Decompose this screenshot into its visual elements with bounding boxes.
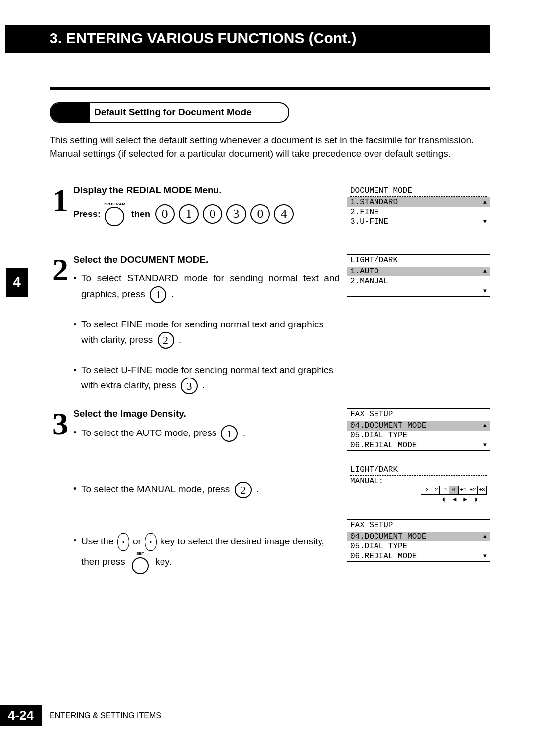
lcd-row: 04.DOCUMENT MODE bbox=[350, 532, 427, 541]
bullet-text: Use the bbox=[81, 536, 113, 546]
up-arrow-icon: ▲ bbox=[483, 268, 487, 275]
right-half-icon: ◗ bbox=[474, 496, 478, 504]
lcd-row: 1.STANDARD bbox=[350, 197, 398, 207]
density-scale: -3 -2 -1 0 +1 +2 +3 bbox=[421, 486, 487, 495]
lcd-row: 04.DOCUMENT MODE bbox=[350, 421, 427, 431]
down-arrow-icon: ▼ bbox=[483, 553, 487, 560]
digit-key-icon: 1 bbox=[221, 425, 238, 442]
scale-cell: +1 bbox=[459, 486, 468, 494]
step2-heading: Select the DOCUMENT MODE. bbox=[73, 254, 340, 265]
lcd-manual-density: LIGHT/DARK MANUAL: -3 -2 -1 0 +1 +2 +3 bbox=[347, 464, 490, 506]
down-arrow-icon: ▼ bbox=[483, 288, 487, 295]
scale-cell: +3 bbox=[478, 486, 486, 494]
or-label: or bbox=[133, 536, 141, 546]
program-key-icon bbox=[105, 207, 124, 226]
digit-key: 4 bbox=[274, 204, 294, 224]
lcd-row: MANUAL: bbox=[350, 476, 383, 486]
up-arrow-icon: ▲ bbox=[483, 422, 487, 430]
side-chapter-tab: 4 bbox=[6, 268, 28, 297]
lcd-title: DOCUMENT MODE bbox=[347, 185, 490, 196]
lcd-document-mode: DOCUMENT MODE 1.STANDARD▲ 2.FINE 3.U-FIN… bbox=[347, 185, 490, 227]
page-number: 4-24 bbox=[0, 705, 42, 726]
lcd-row: 05.DIAL TYPE bbox=[350, 431, 407, 440]
digit-key: 0 bbox=[203, 204, 222, 224]
capsule-label: Default Setting for Document Mode bbox=[90, 107, 252, 118]
down-arrow-icon: ▼ bbox=[483, 218, 487, 226]
bullet-text: To select the AUTO mode, press bbox=[81, 428, 216, 438]
footer-section: ENTERING & SETTING ITEMS bbox=[50, 711, 161, 720]
down-arrow-icon: ▼ bbox=[483, 442, 487, 449]
bullet-text: To select FINE mode for sending normal t… bbox=[81, 319, 323, 345]
lcd-title: LIGHT/DARK bbox=[347, 464, 490, 475]
lcd-title: FAX SETUP bbox=[347, 409, 490, 419]
right-arrow-icon: ▶ bbox=[463, 496, 467, 504]
intro-paragraph: This setting will select the default set… bbox=[50, 134, 490, 160]
digit-key-icon: 1 bbox=[150, 286, 166, 303]
digit-key: 0 bbox=[155, 204, 175, 224]
slider-indicator: ◖ ◀ ▶ ◗ bbox=[347, 495, 490, 506]
then-label: then bbox=[131, 209, 150, 219]
lcd-row: 2.FINE bbox=[350, 207, 379, 217]
bullet-text: key. bbox=[155, 557, 171, 567]
lcd-title: FAX SETUP bbox=[347, 520, 490, 530]
step-number-3: 3 bbox=[50, 411, 71, 436]
lcd-fax-setup: FAX SETUP 04.DOCUMENT MODE▲ 05.DIAL TYPE… bbox=[347, 408, 490, 451]
up-arrow-icon: ▲ bbox=[483, 533, 487, 540]
digit-key: 3 bbox=[226, 204, 246, 224]
digit-key-icon: 3 bbox=[181, 378, 198, 394]
left-nav-key-icon bbox=[117, 533, 129, 551]
bullet-text: To select U-FINE mode for sending normal… bbox=[81, 365, 333, 390]
set-key-icon bbox=[132, 557, 149, 574]
section-rule bbox=[50, 87, 490, 90]
page-footer: 4-24 ENTERING & SETTING ITEMS bbox=[0, 705, 161, 726]
list-item: To select U-FINE mode for sending normal… bbox=[73, 363, 340, 394]
press-label: Press: bbox=[73, 209, 101, 219]
lcd-row: 05.DIAL TYPE bbox=[350, 541, 407, 551]
left-half-icon: ◖ bbox=[442, 496, 446, 504]
digit-key-icon: 2 bbox=[235, 482, 252, 498]
list-item: To select the MANUAL mode, press 2 . bbox=[73, 482, 340, 498]
step-number-1: 1 bbox=[50, 188, 71, 213]
lcd-row: 06.REDIAL MODE bbox=[350, 551, 417, 561]
scale-cell: -2 bbox=[430, 486, 440, 494]
step3-heading: Select the Image Density. bbox=[73, 408, 340, 419]
scale-cell: -3 bbox=[421, 486, 430, 494]
lcd-row: 1.AUTO bbox=[350, 267, 379, 276]
digit-key: 0 bbox=[250, 204, 270, 224]
set-key-label: SET bbox=[136, 551, 144, 557]
list-item: To select FINE mode for sending normal t… bbox=[73, 317, 340, 349]
lcd-row: 06.REDIAL MODE bbox=[350, 440, 417, 450]
scale-cell: +2 bbox=[468, 486, 478, 494]
list-item: To select the AUTO mode, press 1 . bbox=[73, 425, 340, 442]
step-number-2: 2 bbox=[50, 257, 71, 282]
lcd-fax-setup-2: FAX SETUP 04.DOCUMENT MODE▲ 05.DIAL TYPE… bbox=[347, 519, 490, 562]
bullet-text: To select STANDARD mode for sending norm… bbox=[81, 273, 340, 299]
lcd-title: LIGHT/DARK bbox=[347, 255, 490, 265]
scale-cell-selected: 0 bbox=[449, 486, 459, 494]
section-capsule: Default Setting for Document Mode bbox=[50, 102, 289, 123]
list-item: To select STANDARD mode for sending norm… bbox=[73, 271, 340, 303]
left-arrow-icon: ◀ bbox=[453, 496, 457, 504]
lcd-light-dark: LIGHT/DARK 1.AUTO▲ 2.MANUAL ▼ bbox=[347, 254, 490, 297]
lcd-row: 3.U-FINE bbox=[350, 217, 388, 227]
chapter-title: 3. ENTERING VARIOUS FUNCTIONS (Cont.) bbox=[5, 25, 490, 53]
digit-key: 1 bbox=[179, 204, 199, 224]
digit-key-icon: 2 bbox=[158, 332, 174, 349]
step1-heading: Display the REDIAL MODE Menu. bbox=[73, 185, 340, 196]
scale-cell: -1 bbox=[440, 486, 449, 494]
program-key-label: PROGRAM bbox=[103, 202, 125, 206]
right-nav-key-icon bbox=[145, 533, 157, 551]
list-item: Use the or key to select the desired ima… bbox=[73, 533, 340, 574]
bullet-text: To select the MANUAL mode, press bbox=[81, 484, 230, 494]
up-arrow-icon: ▲ bbox=[483, 199, 487, 206]
lcd-row: 2.MANUAL bbox=[350, 276, 388, 286]
